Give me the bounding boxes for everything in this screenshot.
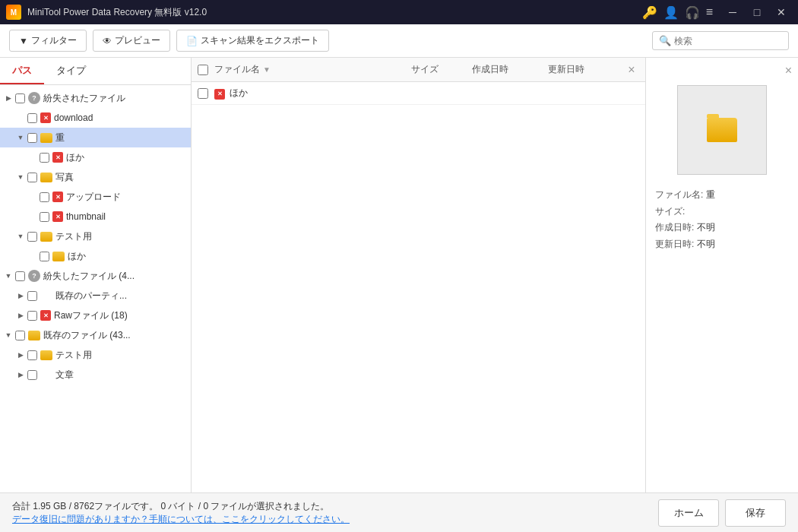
tree-item[interactable]: ▶?紛失されたファイル <box>0 88 191 108</box>
row-checkbox[interactable] <box>198 88 208 99</box>
help-link[interactable]: データ復旧に問題がありますか？手順については、ここをクリックしてください。 <box>12 513 658 526</box>
tree-item[interactable]: ✕download <box>0 108 191 128</box>
info-modified-value: 不明 <box>697 236 715 253</box>
tree-item[interactable]: ✕ほか <box>0 147 191 167</box>
expand-arrow[interactable]: ▼ <box>3 331 14 339</box>
tree-item[interactable]: ▶既存のパーティ... <box>0 286 191 306</box>
expand-arrow[interactable]: ▼ <box>15 173 26 181</box>
expand-arrow[interactable]: ▼ <box>3 272 14 280</box>
menu-icon[interactable]: ≡ <box>706 5 713 20</box>
preview-button[interactable]: 👁 プレビュー <box>93 30 170 52</box>
status-line1: 合計 1.95 GB / 8762ファイルです。 0 バイト / 0 ファイルが… <box>12 500 658 513</box>
export-button[interactable]: 📄 スキャン結果をエクスポート <box>176 30 329 52</box>
col-name-label: ファイル名 <box>214 63 260 76</box>
filter-label: フィルター <box>31 34 77 47</box>
tree-label: テスト用 <box>55 230 92 243</box>
tree-item[interactable]: ✕thumbnail <box>0 207 191 226</box>
filter-icon: ▼ <box>19 36 28 46</box>
tree-checkbox[interactable] <box>27 311 37 321</box>
headphone-icon[interactable]: 🎧 <box>685 5 700 20</box>
table-row[interactable]: ✕ ほか <box>192 82 645 105</box>
tree-item[interactable]: ▼写真 <box>0 167 191 187</box>
tree-checkbox[interactable] <box>27 113 37 123</box>
tree-label: 写真 <box>55 171 74 184</box>
tree-item[interactable]: ▼?紛失したファイル (4... <box>0 266 191 286</box>
tree-label: thumbnail <box>66 211 106 222</box>
tree-checkbox[interactable] <box>40 252 49 261</box>
tree-label: ほか <box>68 250 86 263</box>
col-created-label: 作成日時 <box>472 63 548 76</box>
tree-item[interactable]: ▼既存のファイル (43... <box>0 325 191 345</box>
info-created-row: 作成日時: 不明 <box>655 220 789 236</box>
tree-checkbox[interactable] <box>27 350 37 360</box>
tree-label: 既存のファイル (43... <box>43 329 131 342</box>
tree-item[interactable]: ほか <box>0 246 191 266</box>
info-created-label: 作成日時: <box>655 220 694 236</box>
user-icon[interactable]: 👤 <box>663 5 679 20</box>
file-list-body: ✕ ほか <box>192 82 645 492</box>
footer-buttons: ホーム 保存 <box>658 499 786 527</box>
tree-checkbox[interactable] <box>15 93 25 103</box>
info-modified-row: 更新日時: 不明 <box>655 236 789 253</box>
status-text: 合計 1.95 GB / 8762ファイルです。 0 バイト / 0 ファイルが… <box>12 500 658 526</box>
tree-checkbox[interactable] <box>15 271 25 281</box>
tree-checkbox[interactable] <box>27 232 37 242</box>
x-red-icon: ✕ <box>52 152 63 163</box>
preview-box <box>677 85 767 175</box>
tab-type[interactable]: タイプ <box>44 58 98 84</box>
sort-icon[interactable]: ▼ <box>263 65 271 74</box>
close-preview-button[interactable]: × <box>785 64 792 78</box>
close-button[interactable]: ✕ <box>771 3 792 21</box>
tree-checkbox[interactable] <box>40 192 49 202</box>
tree-checkbox[interactable] <box>27 291 37 301</box>
tree-item[interactable]: ▶文章 <box>0 365 191 385</box>
col-size-label: サイズ <box>411 63 472 76</box>
expand-arrow[interactable]: ▶ <box>15 292 26 299</box>
tree-label: ほか <box>66 151 84 164</box>
question-icon: ? <box>28 270 40 282</box>
title-bar: M MiniTool Power Data Recovery 無料版 v12.0… <box>0 0 798 24</box>
tab-path[interactable]: パス <box>0 58 44 84</box>
tree-checkbox[interactable] <box>27 370 37 380</box>
filter-button[interactable]: ▼ フィルター <box>9 30 87 52</box>
tree-label: 既存のパーティ... <box>55 290 127 302</box>
expand-arrow[interactable]: ▶ <box>15 312 26 319</box>
info-size-label: サイズ: <box>655 204 685 220</box>
left-panel: パス タイプ ▶?紛失されたファイル✕download▼重✕ほか▼写真✕アップロ… <box>0 58 192 492</box>
search-input[interactable] <box>674 36 781 46</box>
folder-plain-icon <box>40 350 52 360</box>
tree-item[interactable]: ▶✕Rawファイル (18) <box>0 306 191 325</box>
key-icon[interactable]: 🔑 <box>642 5 657 20</box>
tree-label: Rawファイル (18) <box>54 309 128 322</box>
expand-arrow[interactable]: ▶ <box>15 371 26 378</box>
close-panel-button[interactable]: × <box>624 62 639 78</box>
tree-checkbox[interactable] <box>40 212 49 222</box>
x-red-icon: ✕ <box>40 310 51 321</box>
search-icon: 🔍 <box>659 35 671 46</box>
select-all-checkbox[interactable] <box>198 65 208 75</box>
tree-item[interactable]: ▼テスト用 <box>0 226 191 246</box>
tree-item[interactable]: ✕アップロード <box>0 187 191 207</box>
expand-arrow[interactable]: ▶ <box>3 94 14 102</box>
folder-plain-icon <box>52 252 65 261</box>
app-title: MiniTool Power Data Recovery 無料版 v12.0 <box>27 6 642 19</box>
info-created-value: 不明 <box>697 220 715 236</box>
expand-arrow[interactable]: ▼ <box>15 233 26 240</box>
home-button[interactable]: ホーム <box>658 499 719 527</box>
restore-button[interactable]: □ <box>746 3 768 21</box>
expand-arrow[interactable]: ▼ <box>15 134 26 141</box>
preview-icon: 👁 <box>103 36 112 46</box>
tree-item[interactable]: ▶テスト用 <box>0 345 191 365</box>
toolbar: ▼ フィルター 👁 プレビュー 📄 スキャン結果をエクスポート 🔍 <box>0 24 798 58</box>
status-bar: 合計 1.95 GB / 8762ファイルです。 0 バイト / 0 ファイルが… <box>0 492 798 532</box>
expand-arrow[interactable]: ▶ <box>15 351 26 359</box>
minimize-button[interactable]: ─ <box>722 3 743 21</box>
save-button[interactable]: 保存 <box>725 499 786 527</box>
tree-checkbox[interactable] <box>15 331 25 340</box>
tree-item[interactable]: ▼重 <box>0 128 191 147</box>
preview-label: プレビュー <box>115 34 160 47</box>
tree-checkbox[interactable] <box>27 173 37 182</box>
tree-checkbox[interactable] <box>27 133 37 143</box>
tree-checkbox[interactable] <box>40 153 49 163</box>
folder-icon <box>40 133 52 143</box>
